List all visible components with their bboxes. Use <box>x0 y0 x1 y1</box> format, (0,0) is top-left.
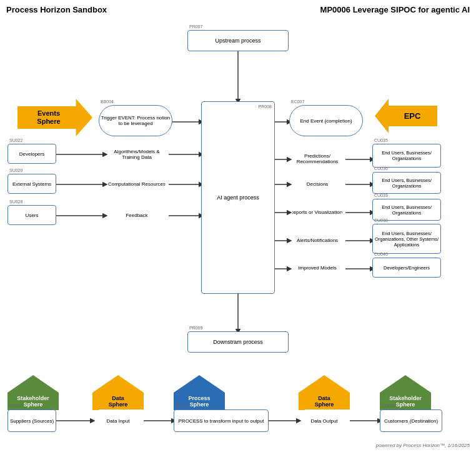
events-sphere-label: EventsSphere <box>37 109 60 126</box>
predictions-node: OP031 Predictions/ Recommendations <box>289 147 345 171</box>
events-sphere-badge: EventsSphere <box>17 99 92 136</box>
customers-pred-node: CU035 End Users, Businesses/ Organizatio… <box>372 144 441 168</box>
computational-node: IP027 Computational Resources <box>105 174 169 194</box>
footer: powered by Process Horizon™, 1/16/2025 <box>376 443 470 448</box>
trigger-event-node: EB004 Trigger EVENT: Process notion to b… <box>99 105 172 136</box>
customers-models-node: CU040 Developers/Engineers <box>372 258 441 278</box>
header-left: Process Horizon Sandbox <box>6 5 107 14</box>
data-sphere-left: DataSphere <box>92 375 144 410</box>
process-transform-node: PR010 PROCESS to transform input to outp… <box>174 409 269 432</box>
customers-dest-node: CU043 Customers (Destination) <box>380 409 442 432</box>
header-right: MP0006 Leverage SIPOC for agentic AI <box>320 5 470 14</box>
data-output-node: OP042 Data Output <box>299 409 350 432</box>
data-input-node: IP041 Data Input <box>92 409 144 432</box>
ai-process-node: PR008 AI agent process <box>201 101 275 294</box>
users-node: SU028 Users <box>7 205 56 225</box>
developers-node: SU022 Developers <box>7 144 56 164</box>
algorithms-node: IP024 Algorithms/Models & Training Data <box>105 143 169 166</box>
page: Process Horizon Sandbox MP0006 Leverage … <box>0 0 476 452</box>
end-event-node: EC007 End Event (completion) <box>289 105 363 136</box>
suppliers-node: SU040 Suppliers (Sources) <box>7 409 56 432</box>
decisions-node: OP030 Decisions <box>289 174 345 194</box>
epc-label: EPC <box>404 111 421 121</box>
customers-dec-node: CU036 End Users, Businesses/ Organizatio… <box>372 172 441 194</box>
reports-node: OP033 Reports or Visualizations <box>289 201 345 223</box>
improved-models-node: OP034 Improved Models <box>289 258 345 278</box>
customers-alerts-node: CU038 End Users, Businesses/ Organizatio… <box>372 224 441 254</box>
epc-badge: EPC <box>375 99 437 133</box>
data-sphere-right: DataSphere <box>299 375 350 410</box>
feedback-node: IP029 Feedback <box>105 205 169 225</box>
downstream-process-node: PR009 Downstram process <box>187 331 289 353</box>
customers-rep-node: CU039 End Users, Businesses/ Organizatio… <box>372 199 441 221</box>
upstream-process-node: PR007 Upstream process <box>187 30 289 51</box>
external-systems-node: SU020 External Systems <box>7 174 56 194</box>
alerts-node: OP030 Alerts/Notifications <box>289 230 345 250</box>
